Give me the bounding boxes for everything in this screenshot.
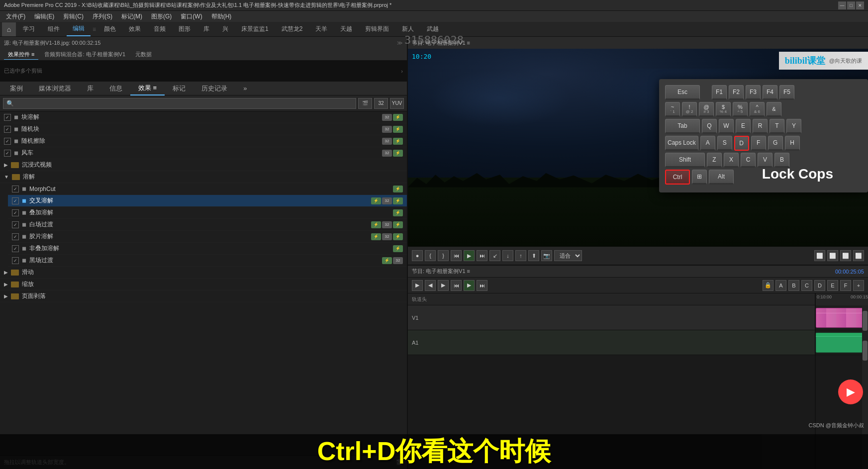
tab-xuexi[interactable]: 学习 (17, 22, 41, 36)
tab-bianji[interactable]: 编辑 (67, 22, 91, 36)
key-d[interactable]: D (734, 136, 749, 151)
source-subtab-audio[interactable]: 音频剪辑混合器: 电子相册案例V1 (40, 50, 129, 59)
effect-item-suijicachu[interactable]: ✓ ◼ 随机擦除 32 ⚡ (0, 135, 407, 147)
key-z[interactable]: Z (707, 153, 722, 168)
menu-graphics[interactable]: 图形(G) (147, 11, 176, 22)
key-5[interactable]: ^& 6 (750, 102, 765, 117)
btn1[interactable]: ⬜ (814, 250, 825, 261)
key-y[interactable]: Y (786, 119, 801, 134)
bilibili-play-icon[interactable]: ▶ (838, 379, 863, 404)
audio-clip[interactable] (816, 333, 868, 353)
timeline-btn-b[interactable]: B (788, 280, 799, 291)
key-capslock[interactable]: Caps Lock (665, 136, 698, 151)
filter-btn-yuv[interactable]: YUV (390, 98, 404, 109)
key-f3[interactable]: F3 (746, 85, 761, 100)
effect-item-morphcut[interactable]: ✓ ◼ MorphCut ⚡ (8, 183, 407, 195)
key-x[interactable]: X (724, 153, 739, 168)
timeline-btn-lock[interactable]: 🔒 (763, 280, 773, 291)
tab-library[interactable]: 库 (79, 82, 101, 95)
effect-check[interactable]: ✓ (4, 126, 11, 133)
effect-item-jiaocharodojie[interactable]: ✓ ◼ 交叉溶解 ⚡ 32 ⚡ (8, 195, 407, 207)
btn2[interactable]: ⬜ (827, 250, 838, 261)
menu-window[interactable]: 窗口(W) (177, 11, 206, 22)
timeline-btn-d[interactable]: D (814, 280, 825, 291)
effect-item-suijiku[interactable]: ✓ ◼ 随机块 32 ⚡ (0, 123, 407, 135)
lift-btn[interactable]: ↑ (515, 250, 526, 261)
tab-markers[interactable]: 标记 (165, 82, 193, 95)
key-4[interactable]: %^ 5 (733, 102, 748, 117)
key-esc[interactable]: Esc (665, 85, 700, 100)
folder-huadong[interactable]: ▶ 滑动 (0, 267, 407, 279)
key-ctrl[interactable]: Ctrl (665, 170, 690, 185)
source-subtab-effects[interactable]: 效果控件 ≡ (4, 50, 38, 60)
btn3[interactable]: ⬜ (840, 250, 851, 261)
filter-btn-32[interactable]: 32 (374, 98, 388, 109)
mark-in-btn[interactable]: { (425, 250, 436, 261)
tab-more[interactable]: » (235, 82, 255, 95)
go-to-out-btn[interactable]: ⏭ (477, 250, 487, 261)
key-shift[interactable]: Shift (665, 153, 705, 168)
tab-yinpin[interactable]: 音频 (148, 22, 172, 36)
effect-check[interactable]: ✓ (4, 150, 11, 157)
tab-jianjiejimian[interactable]: 剪辑界面 (359, 22, 395, 36)
tab-ku[interactable]: 库 (197, 22, 215, 36)
tab-anli[interactable]: 案例 (2, 82, 31, 95)
folder-chenjieshi[interactable]: ▶ 沉浸式视频 (0, 159, 407, 171)
effect-check[interactable]: ✓ (12, 209, 19, 216)
fit-selector[interactable]: 适合 (554, 250, 582, 261)
search-input[interactable] (16, 100, 353, 107)
source-subtab-meta[interactable]: 元数据 (131, 50, 156, 59)
key-w[interactable]: W (719, 119, 734, 134)
tab-tianyang[interactable]: 天羊 (309, 22, 333, 36)
effect-check[interactable]: ✓ (12, 186, 19, 192)
go-to-in-btn[interactable]: ⏮ (451, 250, 462, 261)
marker-btn[interactable]: ● (412, 250, 423, 261)
timeline-btn-out[interactable]: ⏭ (477, 280, 487, 291)
effect-item-fengche[interactable]: ✓ ◼ 风车 32 ⚡ (0, 147, 407, 159)
key-q[interactable]: Q (702, 119, 717, 134)
key-h[interactable]: H (785, 136, 800, 151)
menu-marker[interactable]: 标记(M) (117, 11, 146, 22)
btn4[interactable]: ⬜ (853, 250, 864, 261)
effect-check[interactable]: ✓ (4, 114, 11, 121)
key-2[interactable]: @# 3 (699, 102, 714, 117)
minimize-button[interactable]: — (838, 1, 846, 9)
folder-rongjie[interactable]: ▼ 溶解 (0, 171, 407, 183)
effect-check[interactable]: ✓ (4, 138, 11, 145)
effect-item-diejiarodojie[interactable]: ✓ ◼ 叠加溶解 ⚡ (8, 207, 407, 219)
tab-effects[interactable]: 效果 ≡ (130, 82, 165, 95)
tab-zujian[interactable]: 组件 (42, 22, 66, 36)
extract-btn[interactable]: ⬆ (528, 250, 539, 261)
effect-check[interactable]: ✓ (12, 245, 19, 252)
timeline-btn-a[interactable]: A (775, 280, 786, 291)
effect-check[interactable]: ✓ (12, 221, 19, 228)
tab-yanse[interactable]: 颜色 (98, 22, 122, 36)
key-tab[interactable]: Tab (665, 119, 700, 134)
maximize-button[interactable]: □ (847, 1, 855, 9)
effect-item-heichangguodu[interactable]: ✓ ◼ 黑场过渡 ⚡ 32 (8, 255, 407, 267)
key-f1[interactable]: F1 (712, 85, 727, 100)
key-g[interactable]: G (768, 136, 783, 151)
menu-clip[interactable]: 剪辑(C) (59, 11, 88, 22)
effect-check[interactable]: ✓ (12, 233, 19, 240)
effect-check[interactable]: ✓ (12, 197, 19, 204)
menu-edit[interactable]: 编辑(E) (30, 11, 58, 22)
close-button[interactable]: ✕ (856, 1, 864, 9)
folder-yemianboluo[interactable]: ▶ 页面剥落 (0, 290, 407, 302)
tab-tuxing[interactable]: 图形 (173, 22, 196, 36)
menu-help[interactable]: 帮助(H) (207, 11, 236, 22)
mark-out-btn[interactable]: } (438, 250, 449, 261)
timeline-btn-f[interactable]: F (840, 280, 851, 291)
timeline-btn-plus[interactable]: + (853, 280, 864, 291)
effect-item-baichangguodu[interactable]: ✓ ◼ 白场过渡 ⚡ 32 ⚡ (8, 219, 407, 231)
key-f[interactable]: F (751, 136, 766, 151)
key-t[interactable]: T (770, 119, 784, 134)
timeline-btn-next[interactable]: ▶ (438, 280, 449, 291)
scrollbar-thumb2[interactable] (863, 341, 868, 361)
insert-btn[interactable]: ↙ (489, 250, 500, 261)
filter-btn-film[interactable]: 🎬 (358, 98, 372, 109)
effect-check[interactable]: ✓ (12, 257, 19, 264)
key-win[interactable]: ⊞ (692, 170, 707, 185)
key-v[interactable]: V (758, 153, 772, 168)
tab-jingjianjian1[interactable]: 床景监监1 (235, 22, 275, 36)
